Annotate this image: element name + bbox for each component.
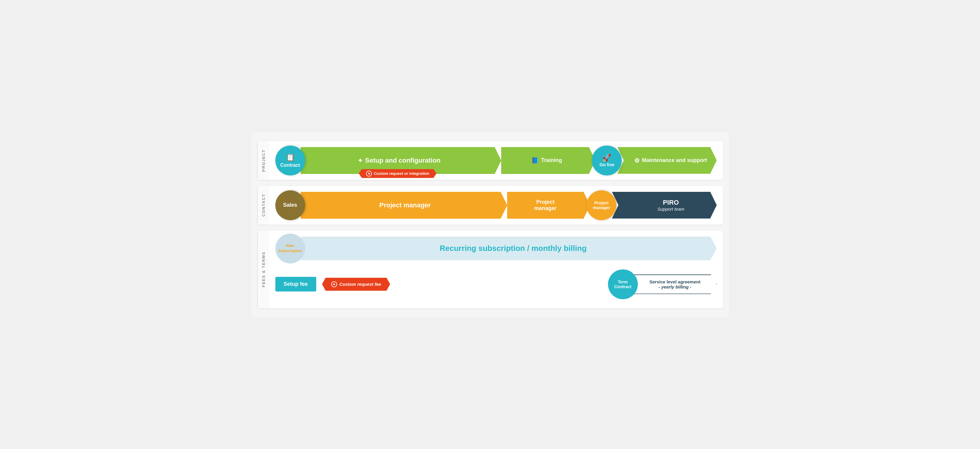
project-content: 📋 Contract ✦ Setup and configuration + C… — [269, 141, 723, 180]
pm1-bar: Project manager — [301, 192, 501, 219]
training-label: Training — [541, 157, 562, 164]
project-label: PROJECT — [258, 141, 269, 180]
training-icon: 📘 — [531, 157, 539, 164]
golive-icon: 🚀 — [602, 154, 611, 162]
fees-content: Plan Subscription Recurring subscription… — [269, 231, 723, 308]
piro-support: Support team — [657, 207, 684, 212]
main-container: PROJECT 📋 Contract ✦ Setup and configura… — [251, 132, 729, 317]
fees-row: FEES & TERMS Plan Subscription Recurring… — [258, 231, 723, 308]
pm1-label: Project manager — [379, 201, 431, 209]
setup-label: Setup and configuration — [365, 157, 441, 164]
piro-bar: PIRO Support team — [612, 192, 717, 219]
contract-icon: 📋 — [286, 153, 295, 161]
setup-icon: ✦ — [358, 157, 363, 164]
subscription-strip: Plan Subscription Recurring subscription… — [275, 237, 717, 260]
pm2-label: Project manager — [534, 199, 556, 212]
sla-line1: Service level agreement — [646, 279, 704, 284]
maintenance-label: Maintenance and support — [642, 157, 707, 164]
fee-strip: Setup fee + Custom request fee Term Cont… — [275, 266, 717, 302]
fees-label: FEES & TERMS — [258, 231, 269, 308]
project-row: PROJECT 📋 Contract ✦ Setup and configura… — [258, 141, 723, 180]
sla-box: Service level agreement - yearly billing… — [633, 274, 717, 294]
setup-bar: ✦ Setup and configuration + Custom reque… — [301, 147, 495, 174]
setup-fee-box: Setup fee — [275, 277, 316, 291]
custom-fee-plus: + — [331, 281, 337, 287]
plan-sub-line2: Subscription — [278, 248, 302, 253]
contract-circle: 📋 Contract — [275, 146, 305, 175]
contract-label: Contract — [280, 162, 300, 168]
custom-request-text: Custom request or integration — [374, 171, 429, 176]
pm3-circle: Project manager — [587, 190, 616, 220]
recurring-bar: Recurring subscription / monthly billing — [301, 237, 717, 260]
project-strip: 📋 Contract ✦ Setup and configuration + C… — [275, 147, 717, 174]
pm3-label: Project manager — [593, 201, 610, 210]
maintenance-bar: ⚙ Maintenance and support — [617, 147, 717, 174]
term-line2: Contract — [614, 284, 632, 289]
sales-label: Sales — [283, 202, 297, 208]
contact-row: CONTACT Sales Project manager Project ma… — [258, 186, 723, 224]
maintenance-icon: ⚙ — [634, 157, 640, 164]
contact-strip: Sales Project manager Project manager — [275, 192, 717, 219]
custom-request-plus: + — [366, 170, 372, 177]
golive-circle: 🚀 Go live — [592, 146, 622, 175]
contact-content: Sales Project manager Project manager — [269, 186, 723, 224]
setup-fee-label: Setup fee — [284, 281, 308, 287]
piro-name: PIRO — [663, 199, 679, 207]
pm2-bar: Project manager — [507, 192, 584, 219]
contact-label: CONTACT — [258, 186, 269, 224]
plan-sub-line1: Plan — [286, 244, 294, 248]
golive-label: Go live — [599, 162, 614, 167]
term-contract-circle: Term Contract — [608, 269, 638, 299]
recurring-label: Recurring subscription / monthly billing — [440, 244, 587, 253]
plan-subscription-circle: Plan Subscription — [275, 234, 305, 263]
sla-line2: - yearly billing - — [646, 284, 704, 290]
custom-request-badge: + Custom request or integration — [359, 169, 436, 178]
custom-fee-badge: + Custom request fee — [322, 278, 390, 291]
training-bar: 📘 Training — [501, 147, 589, 174]
term-line1: Term — [618, 280, 628, 284]
custom-fee-text: Custom request fee — [339, 282, 381, 287]
fee-right: Term Contract Service level agreement - … — [608, 269, 717, 299]
sales-circle: Sales — [275, 190, 305, 220]
